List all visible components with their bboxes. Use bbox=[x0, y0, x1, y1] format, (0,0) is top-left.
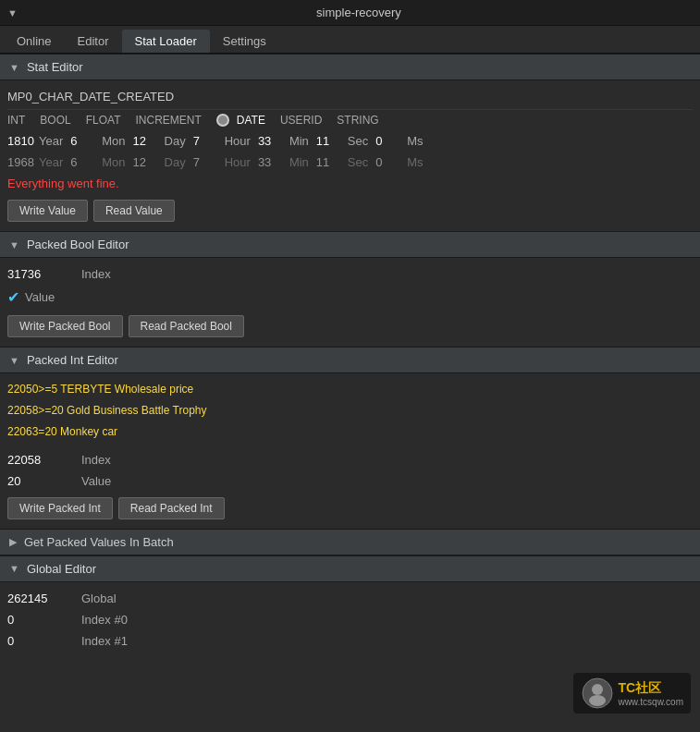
status-text: Everything went fine. bbox=[7, 173, 693, 194]
global-row-0: 262145 Global bbox=[7, 588, 693, 609]
sec-val-1: 0 bbox=[375, 134, 403, 148]
year-lbl-2: Year bbox=[39, 155, 63, 169]
day-val-1: 7 bbox=[193, 134, 221, 148]
hour-lbl-2: Hour bbox=[225, 155, 251, 169]
date-row-1: 1810 Year 6 Mon 12 Day 7 Hour 33 Min 11 … bbox=[7, 130, 693, 152]
packed-int-index-row: 22058 Index bbox=[7, 449, 693, 470]
hint-1: 22050>=5 TERBYTE Wholesale price bbox=[7, 379, 693, 400]
type-userid[interactable]: USERID bbox=[280, 114, 322, 127]
stat-editor-arrow: ▼ bbox=[9, 62, 19, 73]
write-packed-bool-button[interactable]: Write Packed Bool bbox=[7, 315, 123, 337]
write-value-button[interactable]: Write Value bbox=[7, 200, 88, 222]
date-row-2: 1968 Year 6 Mon 12 Day 7 Hour 33 Min 11 … bbox=[7, 152, 693, 173]
global-editor-arrow: ▼ bbox=[9, 563, 19, 574]
hour-val-1: 33 bbox=[258, 134, 286, 148]
watermark-tc: TC社区 bbox=[618, 680, 661, 695]
global-label-0: Global bbox=[81, 592, 117, 605]
tab-settings[interactable]: Settings bbox=[210, 30, 279, 53]
day-lbl-2: Day bbox=[165, 155, 186, 169]
title-bar-arrow: ▼ bbox=[7, 7, 18, 18]
global-editor-header[interactable]: ▼ Global Editor bbox=[0, 555, 700, 582]
global-row-2: 0 Index #1 bbox=[7, 630, 693, 652]
year-val-1: 1810 bbox=[7, 134, 35, 148]
day-val-2: 7 bbox=[193, 155, 221, 169]
packed-bool-label: Packed Bool Editor bbox=[27, 238, 129, 251]
type-string[interactable]: STRING bbox=[337, 114, 378, 127]
char-date-label: MP0_CHAR_DATE_CREATED bbox=[7, 86, 693, 109]
packed-int-header[interactable]: ▼ Packed Int Editor bbox=[0, 347, 700, 373]
get-packed-values-header[interactable]: ▶ Get Packed Values In Batch bbox=[0, 529, 700, 555]
type-date-radio[interactable] bbox=[216, 114, 233, 127]
global-row-1: 0 Index #0 bbox=[7, 609, 693, 630]
packed-bool-body: 31736 Index ✔ Value Write Packed Bool Re… bbox=[0, 258, 700, 347]
hint-3: 22063=20 Monkey car bbox=[7, 421, 693, 443]
tab-editor[interactable]: Editor bbox=[65, 30, 122, 53]
global-value-0: 262145 bbox=[7, 592, 81, 605]
packed-bool-index-value: 31736 bbox=[7, 267, 81, 281]
radio-dot bbox=[216, 114, 229, 127]
get-packed-arrow-icon: ▶ bbox=[9, 536, 17, 548]
type-int[interactable]: INT bbox=[7, 114, 25, 127]
read-value-button[interactable]: Read Value bbox=[93, 200, 175, 222]
main-content: ▼ Stat Editor MP0_CHAR_DATE_CREATED INT … bbox=[0, 54, 700, 657]
global-value-2: 0 bbox=[7, 634, 81, 648]
ms-lbl-1: Ms bbox=[407, 134, 423, 148]
ms-lbl-2: Ms bbox=[407, 155, 423, 169]
min-val-2: 11 bbox=[316, 155, 344, 169]
packed-bool-buttons: Write Packed Bool Read Packed Bool bbox=[7, 310, 693, 341]
stat-editor-buttons: Write Value Read Value bbox=[7, 194, 693, 226]
checkmark-icon: ✔ bbox=[7, 288, 19, 306]
write-packed-int-button[interactable]: Write Packed Int bbox=[7, 497, 113, 519]
packed-int-index-label: Index bbox=[81, 453, 111, 467]
packed-bool-index-label: Index bbox=[81, 267, 111, 281]
svg-point-1 bbox=[592, 684, 603, 695]
packed-bool-value-row: ✔ Value bbox=[7, 285, 693, 310]
global-editor-body: 262145 Global 0 Index #0 0 Index #1 bbox=[0, 582, 700, 657]
svg-point-0 bbox=[583, 678, 612, 708]
month-num-2: 6 bbox=[70, 155, 98, 169]
global-editor-label: Global Editor bbox=[27, 562, 96, 576]
year-lbl-1: Year bbox=[39, 134, 63, 148]
min-lbl-1: Min bbox=[289, 134, 309, 148]
read-packed-bool-button[interactable]: Read Packed Bool bbox=[129, 315, 244, 337]
month-val-1: 12 bbox=[133, 134, 161, 148]
packed-int-label: Packed Int Editor bbox=[27, 353, 118, 367]
sec-val-2: 0 bbox=[375, 155, 403, 169]
watermark: TC社区 www.tcsqw.com bbox=[573, 673, 691, 714]
min-lbl-2: Min bbox=[289, 155, 309, 169]
get-packed-values-label: Get Packed Values In Batch bbox=[24, 535, 174, 549]
sec-lbl-2: Sec bbox=[348, 155, 368, 169]
title-bar: ▼ simple-recovery bbox=[0, 0, 700, 26]
hour-lbl-1: Hour bbox=[225, 134, 251, 148]
type-increment[interactable]: INCREMENT bbox=[135, 114, 201, 127]
packed-int-value-row: 20 Value bbox=[7, 470, 693, 492]
packed-int-index-value: 22058 bbox=[7, 453, 81, 467]
packed-int-buttons: Write Packed Int Read Packed Int bbox=[7, 492, 693, 523]
type-date[interactable]: DATE bbox=[237, 114, 265, 127]
packed-int-body: 22050>=5 TERBYTE Wholesale price 22058>=… bbox=[0, 373, 700, 529]
packed-bool-header[interactable]: ▼ Packed Bool Editor bbox=[0, 231, 700, 258]
watermark-icon bbox=[581, 677, 614, 710]
tab-stat-loader[interactable]: Stat Loader bbox=[122, 30, 210, 53]
title-bar-title: simple-recovery bbox=[25, 6, 693, 19]
tab-online[interactable]: Online bbox=[4, 30, 65, 53]
type-float[interactable]: FLOAT bbox=[86, 114, 121, 127]
month-lbl-1: Mon bbox=[102, 134, 125, 148]
hint-2: 22058>=20 Gold Business Battle Trophy bbox=[7, 400, 693, 421]
packed-int-arrow: ▼ bbox=[9, 355, 19, 366]
day-lbl-1: Day bbox=[165, 134, 186, 148]
svg-point-2 bbox=[589, 695, 606, 706]
read-packed-int-button[interactable]: Read Packed Int bbox=[118, 497, 225, 519]
stat-editor-header[interactable]: ▼ Stat Editor bbox=[0, 54, 700, 80]
sec-lbl-1: Sec bbox=[348, 134, 368, 148]
month-val-2: 12 bbox=[133, 155, 161, 169]
packed-bool-index-row: 31736 Index bbox=[7, 263, 693, 285]
year-val-2: 1968 bbox=[7, 155, 35, 169]
type-bool[interactable]: BOOL bbox=[40, 114, 70, 127]
stat-editor-label: Stat Editor bbox=[27, 60, 83, 74]
hour-val-2: 33 bbox=[258, 155, 286, 169]
month-num-1: 6 bbox=[70, 134, 98, 148]
min-val-1: 11 bbox=[316, 134, 344, 148]
tab-bar: Online Editor Stat Loader Settings bbox=[0, 26, 700, 54]
packed-bool-arrow: ▼ bbox=[9, 239, 19, 250]
